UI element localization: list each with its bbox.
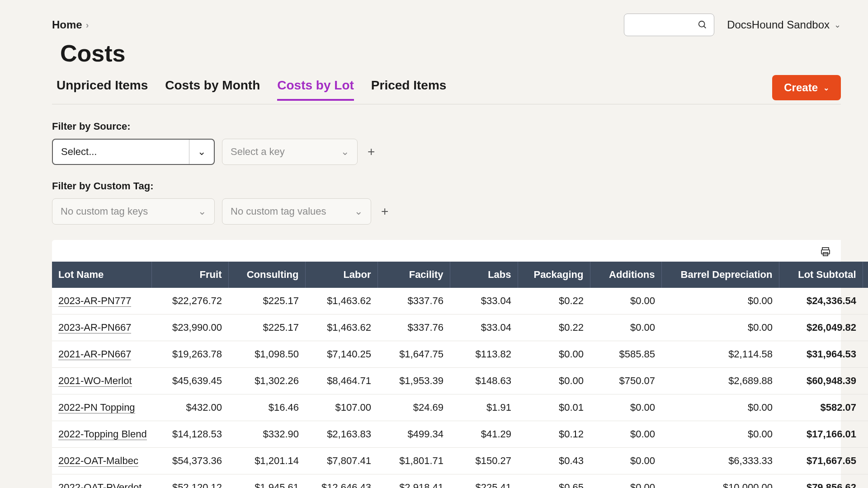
cell-consulting: $1,098.50 xyxy=(228,341,305,368)
col-lot-name[interactable]: Lot Name xyxy=(52,262,151,288)
filter-tag-value-value: No custom tag values xyxy=(231,206,326,217)
add-source-filter-button[interactable]: + xyxy=(365,145,377,159)
cell-labs: $113.82 xyxy=(450,341,518,368)
tab-priced-items[interactable]: Priced Items xyxy=(371,78,447,101)
cell-subtotal: $24,336.54 xyxy=(779,288,863,314)
col-barrel[interactable]: Barrel Depreciation xyxy=(661,262,779,288)
breadcrumb-home[interactable]: Home xyxy=(52,19,82,31)
cell-fruit: $23,990.00 xyxy=(151,314,228,341)
cell-barrel: $6,333.33 xyxy=(661,448,779,474)
chevron-down-icon: ⌄ xyxy=(823,84,829,92)
cell-additions: $750.07 xyxy=(590,368,661,394)
cell-labs: $1.91 xyxy=(450,394,518,421)
cell-lot-name: 2022-OAT-PVerdot xyxy=(52,474,151,488)
cell-consulting: $16.46 xyxy=(228,394,305,421)
cell-barrel: $10,000.00 xyxy=(661,474,779,488)
cell-labs: $150.27 xyxy=(450,448,518,474)
table-row: 2023-AR-PN777$22,276.72$225.17$1,463.62$… xyxy=(52,288,868,314)
cell-fruit: $22,276.72 xyxy=(151,288,228,314)
cell-additions: $0.00 xyxy=(590,474,661,488)
tab-costs-by-lot[interactable]: Costs by Lot xyxy=(277,78,354,101)
col-additions[interactable]: Additions xyxy=(590,262,661,288)
cell-subtotal: $582.07 xyxy=(779,394,863,421)
lot-link[interactable]: 2022-Topping Blend xyxy=(58,428,147,440)
lot-link[interactable]: 2022-OAT-PVerdot xyxy=(58,482,142,488)
chevron-down-icon: ⌄ xyxy=(198,206,206,217)
print-icon[interactable] xyxy=(820,246,831,257)
table-row: 2022-Topping Blend$14,128.53$332.90$2,16… xyxy=(52,421,868,448)
col-packaging[interactable]: Packaging xyxy=(518,262,590,288)
lot-link[interactable]: 2022-OAT-Malbec xyxy=(58,455,138,467)
workspace-selector[interactable]: DocsHound Sandbox ⌄ xyxy=(727,19,841,31)
cell-overflow xyxy=(863,448,868,474)
col-overflow[interactable]: B xyxy=(863,262,868,288)
tab-unpriced-items[interactable]: Unpriced Items xyxy=(57,78,148,101)
filter-tag-key-select[interactable]: No custom tag keys ⌄ xyxy=(52,198,215,225)
filter-source-select[interactable]: Select... ⌄ xyxy=(52,139,215,165)
table-row: 2023-AR-PN667$23,990.00$225.17$1,463.62$… xyxy=(52,314,868,341)
filter-tag-key-value: No custom tag keys xyxy=(61,206,148,217)
cell-fruit: $14,128.53 xyxy=(151,421,228,448)
cell-barrel: $2,689.88 xyxy=(661,368,779,394)
table-row: 2022-OAT-PVerdot$52,120.12$1,945.61$12,6… xyxy=(52,474,868,488)
lot-link[interactable]: 2022-PN Topping xyxy=(58,402,135,413)
cell-labs: $33.04 xyxy=(450,314,518,341)
cell-fruit: $54,373.36 xyxy=(151,448,228,474)
filter-tag-label: Filter by Custom Tag: xyxy=(52,180,841,192)
tabs: Unpriced Items Costs by Month Costs by L… xyxy=(52,78,446,101)
col-labs[interactable]: Labs xyxy=(450,262,518,288)
cell-packaging: $0.43 xyxy=(518,448,590,474)
cell-labor: $1,463.62 xyxy=(305,314,377,341)
col-labor[interactable]: Labor xyxy=(305,262,377,288)
costs-table: Lot Name Fruit Consulting Labor Facility… xyxy=(52,262,868,488)
col-facility[interactable]: Facility xyxy=(377,262,450,288)
table-row: 2021-AR-PN667$19,263.78$1,098.50$7,140.2… xyxy=(52,341,868,368)
filter-source-value: Select... xyxy=(61,146,97,158)
cell-packaging: $0.22 xyxy=(518,314,590,341)
cell-fruit: $52,120.12 xyxy=(151,474,228,488)
cell-consulting: $1,201.14 xyxy=(228,448,305,474)
table-row: 2021-WO-Merlot$45,639.45$1,302.26$8,464.… xyxy=(52,368,868,394)
cell-overflow xyxy=(863,341,868,368)
breadcrumb: Home › xyxy=(52,19,89,31)
cell-packaging: $0.65 xyxy=(518,474,590,488)
cell-barrel: $0.00 xyxy=(661,421,779,448)
cell-consulting: $225.17 xyxy=(228,288,305,314)
chevron-down-icon: ⌄ xyxy=(341,146,349,158)
cell-labor: $8,464.71 xyxy=(305,368,377,394)
cell-facility: $499.34 xyxy=(377,421,450,448)
filter-source-key-select[interactable]: Select a key ⌄ xyxy=(222,139,358,165)
search-input[interactable] xyxy=(624,14,714,36)
filter-tag-value-select[interactable]: No custom tag values ⌄ xyxy=(222,198,371,225)
search-icon xyxy=(698,20,708,30)
cell-facility: $1,647.75 xyxy=(377,341,450,368)
col-fruit[interactable]: Fruit xyxy=(151,262,228,288)
lot-link[interactable]: 2021-AR-PN667 xyxy=(58,348,131,360)
tab-costs-by-month[interactable]: Costs by Month xyxy=(165,78,260,101)
cell-labs: $225.41 xyxy=(450,474,518,488)
cell-lot-name: 2022-PN Topping xyxy=(52,394,151,421)
workspace-name: DocsHound Sandbox xyxy=(727,19,830,31)
create-button[interactable]: Create ⌄ xyxy=(772,75,841,100)
col-subtotal[interactable]: Lot Subtotal xyxy=(779,262,863,288)
cell-lot-name: 2022-Topping Blend xyxy=(52,421,151,448)
cell-overflow xyxy=(863,394,868,421)
svg-rect-3 xyxy=(821,250,830,254)
chevron-down-icon: ⌄ xyxy=(354,206,363,217)
chevron-down-icon: ⌄ xyxy=(189,140,206,164)
cell-lot-name: 2021-AR-PN667 xyxy=(52,341,151,368)
cell-overflow xyxy=(863,421,868,448)
lot-link[interactable]: 2021-WO-Merlot xyxy=(58,375,132,387)
cell-packaging: $0.00 xyxy=(518,341,590,368)
col-consulting[interactable]: Consulting xyxy=(228,262,305,288)
cell-labor: $7,140.25 xyxy=(305,341,377,368)
cell-overflow xyxy=(863,314,868,341)
cell-subtotal: $60,948.39 xyxy=(779,368,863,394)
chevron-down-icon: ⌄ xyxy=(834,20,841,30)
add-tag-filter-button[interactable]: + xyxy=(378,204,391,219)
cell-overflow xyxy=(863,474,868,488)
cell-subtotal: $26,049.82 xyxy=(779,314,863,341)
lot-link[interactable]: 2023-AR-PN777 xyxy=(58,295,131,307)
cell-subtotal: $79,856.62 xyxy=(779,474,863,488)
lot-link[interactable]: 2023-AR-PN667 xyxy=(58,322,131,333)
